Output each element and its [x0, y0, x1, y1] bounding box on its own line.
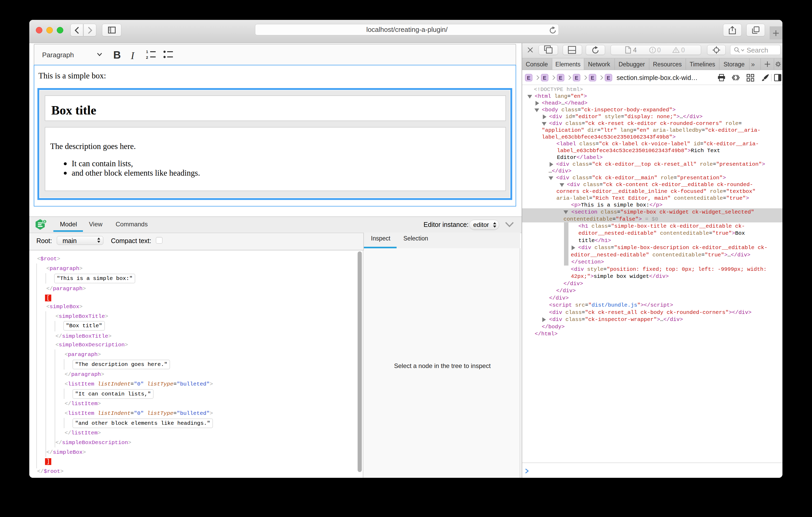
- svg-text:1: 1: [146, 50, 148, 54]
- svg-text:5: 5: [44, 220, 46, 223]
- svg-text:2: 2: [146, 55, 148, 60]
